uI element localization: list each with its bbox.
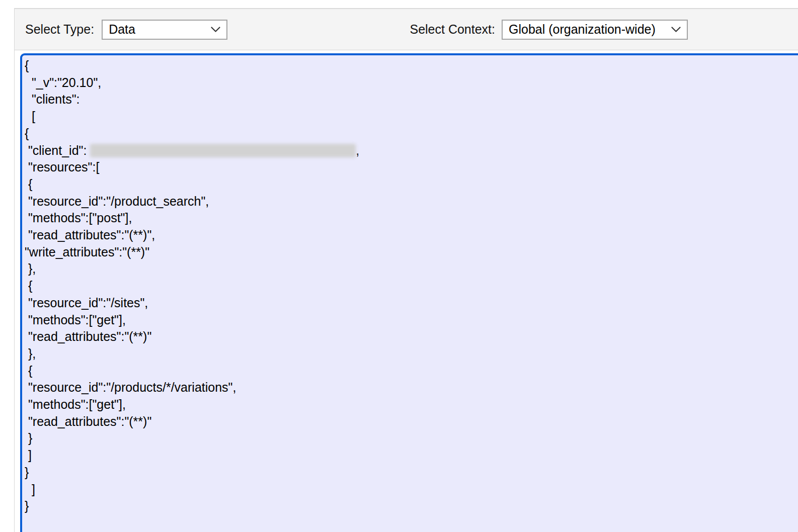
chevron-down-icon <box>671 27 681 33</box>
type-select-value: Data <box>109 22 135 37</box>
code-line: { <box>25 363 798 380</box>
toolbar: Select Type: Data Select Context: Global… <box>15 9 798 50</box>
context-field-group: Select Context: Global (organization-wid… <box>410 20 688 40</box>
code-line: } <box>25 430 798 447</box>
code-line: ] <box>25 481 798 498</box>
code-line: "resource_id":"/sites", <box>25 295 798 312</box>
context-select-value: Global (organization-wide) <box>509 22 656 37</box>
code-line: "read_attributes":"(**)" <box>25 413 798 430</box>
code-line: "methods":["post"], <box>25 210 798 227</box>
code-line: [ <box>25 108 798 125</box>
code-line: "methods":["get"], <box>25 312 798 329</box>
code-text: , <box>356 143 359 157</box>
code-line: "resource_id":"/product_search", <box>25 193 798 210</box>
config-panel: Select Type: Data Select Context: Global… <box>14 8 798 532</box>
code-line: "clients": <box>25 91 798 108</box>
json-editor[interactable]: { "_v":"20.10", "clients": [{ "client_id… <box>20 53 798 532</box>
code-line: } <box>25 464 798 481</box>
code-text: "client_id": <box>25 143 90 157</box>
type-field-group: Select Type: Data <box>25 20 227 40</box>
code-line: ] <box>25 447 798 464</box>
code-line: "read_attributes":"(**)", <box>25 227 798 244</box>
context-select[interactable]: Global (organization-wide) <box>502 20 688 40</box>
code-line: { <box>25 57 798 74</box>
code-line: "_v":"20.10", <box>25 74 798 92</box>
code-line: }, <box>25 345 798 363</box>
code-line: }, <box>25 260 798 278</box>
select-context-label: Select Context: <box>410 22 495 37</box>
code-line: "resource_id":"/products/*/variations", <box>25 379 798 396</box>
code-line: "methods":["get"], <box>25 396 798 413</box>
type-select[interactable]: Data <box>102 20 227 40</box>
chevron-down-icon <box>211 27 220 33</box>
code-line: { <box>25 176 798 193</box>
redacted-client-id <box>90 144 356 157</box>
code-line: { <box>25 125 798 142</box>
code-line: { <box>25 278 798 295</box>
code-line: "write_attributes":"(**)" <box>25 244 798 261</box>
code-line: } <box>25 498 798 515</box>
code-line: "client_id": , <box>25 142 798 159</box>
select-type-label: Select Type: <box>25 22 94 37</box>
code-line: "read_attributes":"(**)" <box>25 328 798 345</box>
code-line: "resources":[ <box>25 159 798 176</box>
